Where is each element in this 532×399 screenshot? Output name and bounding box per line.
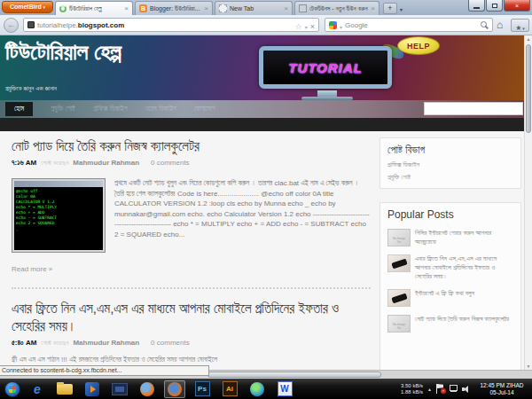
blog-title[interactable]: টিউটোরিয়াল হেল্প xyxy=(5,39,121,66)
network-icon[interactable] xyxy=(449,385,458,393)
minimize-button[interactable] xyxy=(468,0,485,12)
chevron-down-icon[interactable] xyxy=(305,17,308,33)
taskbar-globe-app[interactable] xyxy=(246,380,268,398)
nav-item-1[interactable]: প্রযুক্তি পোষ্ট xyxy=(51,105,75,113)
globe-icon xyxy=(250,382,264,396)
tab-title: টেকটিউনস - নতুন টিউন করুন xyxy=(309,5,368,12)
search-input[interactable]: Google xyxy=(325,18,493,32)
nav-item-home[interactable]: হোম xyxy=(5,102,33,116)
taskbar-photoshop[interactable] xyxy=(192,380,213,398)
taskbar-word[interactable] xyxy=(274,380,295,398)
stop-icon[interactable] xyxy=(310,17,315,33)
taskbar-internet-explorer[interactable] xyxy=(27,380,48,398)
popular-post-item[interactable]: এবার ফ্রিতে নিন এস,এম,এস এর মাধ্যমে আপনা… xyxy=(387,254,513,281)
tab-close-icon[interactable] xyxy=(124,4,129,12)
google-logo-icon[interactable] xyxy=(329,21,337,29)
status-bar: Connected to scontent-b-cdg.xx.fbcdn.net… xyxy=(0,365,209,376)
nav-item-3[interactable]: ওয়েব ডিজাইন xyxy=(145,105,176,113)
search-icon[interactable] xyxy=(481,21,489,29)
post-meta: ৫:৪০ AM পোস্ট করেছেন Mahmudur Rahman 0 c… xyxy=(12,339,371,348)
post-author[interactable]: Mahmudur Rahman xyxy=(73,339,139,347)
vertical-scrollbar[interactable] xyxy=(524,35,532,371)
nav-item-4[interactable]: যোগাযোগ xyxy=(194,105,215,113)
post-separator xyxy=(12,287,371,289)
new-tab-button[interactable]: + xyxy=(383,3,397,14)
minimize-icon xyxy=(473,7,480,9)
taskbar-cometbird-active[interactable] xyxy=(164,380,185,398)
taskbar-file-explorer[interactable] xyxy=(54,380,75,398)
blog-content: নোট প্যাড দিয়ে তৈরি করুন নিজস্ব ক্যালকু… xyxy=(0,131,524,371)
scroll-up-arrow-icon[interactable] xyxy=(525,35,532,43)
address-bar[interactable]: tutorialhelpe.blogspot.com xyxy=(23,18,319,32)
nav-item-2[interactable]: গ্রাফিক্স ডিজাইন xyxy=(93,105,128,113)
post-excerpt: প্রথমে একটি নোট প্যাড খুলুন এবং নিচের কো… xyxy=(114,178,371,253)
tab-close-icon[interactable] xyxy=(204,4,208,12)
phone-icon xyxy=(391,293,407,304)
tab-title: New Tab xyxy=(230,5,281,12)
post-comments-link[interactable]: 0 comments xyxy=(151,339,190,347)
post-title[interactable]: নোট প্যাড দিয়ে তৈরি করুন নিজস্ব ক্যালকু… xyxy=(12,137,371,155)
volume-icon[interactable] xyxy=(462,385,470,393)
blog-search-input[interactable] xyxy=(424,102,523,115)
read-more-link[interactable]: Read more » xyxy=(12,265,371,273)
site-favicon xyxy=(27,21,35,28)
no-image-thumbnail: No Image Yet xyxy=(387,315,411,332)
tab-close-icon[interactable] xyxy=(284,4,288,12)
taskbar-illustrator[interactable] xyxy=(219,380,240,398)
url-prefix: tutorialhelpe. xyxy=(37,21,78,29)
close-icon: × xyxy=(515,3,519,9)
close-button[interactable]: × xyxy=(504,0,530,12)
popular-post-link[interactable]: এবার ফ্রিতে নিন এস,এম,এস এর মাধ্যমে আপনা… xyxy=(415,254,513,281)
blog-logo: TUTORIAL xyxy=(259,44,401,99)
restore-button[interactable] xyxy=(486,0,503,12)
vertical-scrollbar-thumb[interactable] xyxy=(526,44,531,133)
tray-expand-icon[interactable] xyxy=(427,387,432,392)
cmd-titlebar xyxy=(14,181,103,187)
taskbar-clock[interactable]: 12:45 PM ZIHAD 05-Jul-14 xyxy=(474,382,529,396)
taskbar-media-center[interactable] xyxy=(109,380,130,398)
upload-speed: 3.50 kB/s xyxy=(401,383,423,389)
start-button[interactable] xyxy=(4,381,20,397)
search-engine-label: Google xyxy=(345,21,478,29)
popular-post-link[interactable]: নোট প্যাড দিয়ে তৈরি করুন নিজস্ব ক্যালকু… xyxy=(415,315,509,332)
blog-tagline: প্রযুক্তিকে জানুন এবং জানান xyxy=(5,85,57,92)
tab-strip: টিউটোরিয়াল হেল্প Blogger: টিউটোরিয়া...… xyxy=(55,0,403,15)
bookmark-star-icon[interactable] xyxy=(295,17,302,33)
header-divider xyxy=(0,118,524,131)
tab-tutorial-help[interactable]: টিউটোরিয়াল হেল্প xyxy=(55,1,133,15)
taskbar: 3.50 kB/s 1.88 kB/s 12:45 PM ZIHAD 05-Ju… xyxy=(0,379,532,399)
cometbird-menu-button[interactable]: CometBird ▾ xyxy=(2,1,53,13)
tab-blogger[interactable]: Blogger: টিউটোরিয়া... xyxy=(135,1,213,15)
bookmarks-button[interactable] xyxy=(511,19,529,32)
category-link[interactable]: গ্রাফিক্স ডিজাইন xyxy=(387,160,513,168)
category-link[interactable]: প্রযুক্তি পোষ্ট xyxy=(387,173,513,181)
chevron-down-icon[interactable] xyxy=(340,17,342,33)
action-center-flag-icon[interactable] xyxy=(436,384,444,394)
tab-close-icon[interactable] xyxy=(371,4,375,12)
popular-post-item[interactable]: ইন্টারনেট এ ফ্রি ফ্রি কথা বলুন xyxy=(387,289,513,307)
popular-post-item[interactable]: No Image Yet নোট প্যাড দিয়ে তৈরি করুন ন… xyxy=(387,315,513,332)
popular-post-link[interactable]: পিসির ইন্টারনেট শেয়ার করুন আপনার অ্যান্… xyxy=(415,229,513,246)
back-button[interactable] xyxy=(4,18,19,33)
tab-techtunes[interactable]: টেকটিউনস - নতুন টিউন করুন xyxy=(294,1,379,15)
tab-title: টিউটোরিয়াল হেল্প xyxy=(69,5,121,12)
techtunes-icon xyxy=(299,4,307,12)
post-author[interactable]: Mahmudur Rahman xyxy=(73,159,139,167)
popular-post-item[interactable]: No Image Yet পিসির ইন্টারনেট শেয়ার করুন… xyxy=(387,229,513,246)
home-button[interactable] xyxy=(497,19,503,31)
popular-post-link[interactable]: ইন্টারনেট এ ফ্রি ফ্রি কথা বলুন xyxy=(415,289,474,307)
post-title[interactable]: এবার ফ্রিতে নিন এস,এম,এস এর মাধ্যমে আপনা… xyxy=(12,300,371,335)
post-comments-link[interactable]: 0 comments xyxy=(151,159,190,167)
word-icon xyxy=(278,381,293,396)
tab-new-tab[interactable]: New Tab xyxy=(215,1,293,15)
folder-icon xyxy=(57,384,73,395)
horizontal-scrollbar-thumb[interactable] xyxy=(207,372,381,378)
no-image-thumbnail: No Image Yet xyxy=(387,229,411,246)
post-excerpt: ফ্রী এস এম এস পাঠান !!! এই রমজানের প্রতি… xyxy=(12,356,371,364)
taskbar-firefox[interactable] xyxy=(137,380,158,398)
loading-spinner-icon xyxy=(59,5,66,12)
post-thumbnail-cmd-window[interactable]: @echo off color 0A CALCULATOR V 1.2 echo… xyxy=(12,178,106,253)
tab-list-chevron-icon[interactable] xyxy=(400,6,403,12)
taskbar-media-player[interactable] xyxy=(82,380,103,398)
blank-page-icon xyxy=(219,4,227,12)
